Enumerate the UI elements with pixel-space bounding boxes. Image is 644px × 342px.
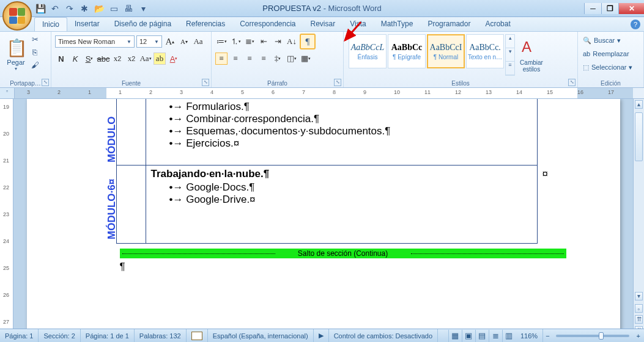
zoom-out-icon[interactable]: −: [543, 332, 552, 340]
change-styles-button[interactable]: A Cambiar estilos: [516, 34, 547, 77]
bold-button[interactable]: N: [55, 53, 67, 65]
browse-object-icon[interactable]: ◦: [635, 304, 643, 313]
highlight-button[interactable]: ab: [154, 53, 166, 65]
ruler-corner[interactable]: ▫: [0, 88, 15, 98]
open-icon[interactable]: 📂: [93, 2, 105, 15]
zoom-level[interactable]: 116%: [516, 329, 543, 342]
align-right-button[interactable]: ≡: [243, 53, 256, 65]
zoom-slider[interactable]: [556, 335, 629, 337]
indent-button[interactable]: ⇥: [272, 35, 284, 48]
shading-button[interactable]: ◫▾: [286, 53, 298, 65]
justify-button[interactable]: ≡: [257, 53, 270, 65]
zoom-in-icon[interactable]: +: [633, 332, 644, 340]
view-print-icon[interactable]: ▦: [448, 330, 462, 342]
save-icon[interactable]: 💾: [34, 2, 46, 15]
paste-button[interactable]: 📋 Pegar ▾: [4, 33, 28, 76]
tab-referencias[interactable]: Referencias: [179, 17, 232, 31]
strike-button[interactable]: abc: [97, 53, 109, 65]
module-1-content[interactable]: •→ Formularios.¶ •→ Combinar·corresponde…: [146, 99, 537, 166]
tab-vista[interactable]: Vista: [342, 17, 373, 31]
bullets-button[interactable]: ≔▾: [215, 35, 228, 48]
new-icon[interactable]: ▭: [108, 2, 120, 15]
status-track[interactable]: Control de cambios: Desactivado: [329, 329, 438, 342]
status-words[interactable]: Palabras: 132: [135, 329, 187, 342]
status-page[interactable]: Página: 1: [0, 329, 39, 342]
tab-diseno[interactable]: Diseño de página: [107, 17, 179, 31]
style-texto[interactable]: AaBbCc.Texto en n…: [466, 34, 504, 68]
borders-button[interactable]: ▦▾: [300, 53, 312, 65]
para-dialog-icon[interactable]: ⤡: [334, 79, 341, 86]
window-title: PROPUESTA v2 - Microsoft Word: [262, 4, 382, 13]
office-button[interactable]: [2, 1, 32, 31]
font-dialog-icon[interactable]: ⤡: [202, 79, 209, 86]
subscript-button[interactable]: x2: [111, 53, 124, 65]
qat-more-icon[interactable]: ▾: [137, 2, 149, 15]
tab-acrobat[interactable]: Acrobat: [478, 17, 517, 31]
copy-icon[interactable]: ⎘: [29, 48, 40, 59]
status-section[interactable]: Sección: 2: [39, 329, 80, 342]
status-pageof[interactable]: Página: 1 de 1: [81, 329, 135, 342]
redo-icon[interactable]: ↷: [64, 2, 76, 15]
font-color-button[interactable]: A▾: [168, 53, 180, 65]
format-painter-icon[interactable]: 🖌: [29, 60, 40, 71]
view-fullread-icon[interactable]: ▣: [462, 330, 475, 342]
style-epigrafe[interactable]: AaBbCc¶ Epígrafe: [388, 34, 426, 68]
tab-insertar[interactable]: Insertar: [67, 17, 107, 31]
style-enfasis[interactable]: AaBbCcLÉnfasis: [349, 34, 387, 68]
font-name-combo[interactable]: Times New Roman▼: [55, 35, 135, 48]
undo-icon[interactable]: ↶: [49, 2, 61, 15]
numbering-button[interactable]: ⒈▾: [229, 35, 242, 48]
cut-icon[interactable]: ✂: [29, 35, 40, 46]
status-proof[interactable]: [187, 329, 208, 342]
style-normal[interactable]: AaBbCcI¶ Normal: [427, 34, 465, 68]
help-icon[interactable]: ?: [631, 20, 640, 29]
italic-button[interactable]: K: [69, 53, 81, 65]
close-button[interactable]: ✕: [618, 3, 644, 14]
clipboard-icon: 📋: [6, 38, 26, 57]
sort-button[interactable]: A↓: [286, 35, 298, 48]
multilevel-button[interactable]: ≣▾: [243, 35, 256, 48]
module-2-content[interactable]: Trabajando·en·la·nube.¶ •→ Google·Docs.¶…: [146, 166, 537, 244]
styles-dialog-icon[interactable]: ⤡: [568, 79, 576, 86]
replace-button[interactable]: abReemplazar: [583, 48, 638, 60]
underline-button[interactable]: S▾: [83, 53, 95, 65]
print-icon[interactable]: 🖶: [122, 2, 135, 15]
line-spacing-button[interactable]: ‡▾: [272, 53, 284, 65]
tab-revisar[interactable]: Revisar: [303, 17, 343, 31]
vertical-ruler[interactable]: 192021222324252627: [0, 99, 13, 337]
superscript-button[interactable]: x2: [125, 53, 138, 65]
tab-programador[interactable]: Programador: [420, 17, 478, 31]
scroll-down-icon[interactable]: ▾: [635, 292, 643, 300]
prev-page-icon[interactable]: ⇈: [635, 315, 643, 324]
paragraph-mark[interactable]: ¶: [120, 261, 620, 273]
align-center-button[interactable]: ≡: [229, 53, 242, 65]
horizontal-ruler[interactable]: 3211234567891011121314151617: [15, 88, 633, 98]
shrink-font-icon[interactable]: A▾: [178, 35, 190, 48]
font-size-combo[interactable]: 12▼: [136, 35, 162, 48]
view-draft-icon[interactable]: ▥: [502, 330, 516, 342]
view-outline-icon[interactable]: ≣: [489, 330, 502, 342]
show-marks-button[interactable]: ¶: [300, 34, 316, 49]
vertical-scrollbar[interactable]: ▴ ▾ ◦ ⇈ ⇊: [633, 99, 644, 337]
align-left-button[interactable]: ≡: [215, 53, 228, 65]
maximize-button[interactable]: ❐: [601, 3, 618, 14]
find-button[interactable]: 🔍Buscar ▾: [583, 34, 638, 46]
outdent-button[interactable]: ⇤: [257, 35, 270, 48]
styles-scroll[interactable]: ▴▾≡: [505, 34, 515, 76]
qat-icon[interactable]: ✱: [78, 2, 91, 15]
scroll-up-icon[interactable]: ▴: [635, 100, 643, 109]
scroll-thumb[interactable]: [635, 112, 643, 161]
view-web-icon[interactable]: ▤: [475, 330, 489, 342]
document-area[interactable]: MÓDULO •→ Formularios.¶ •→ Combinar·corr…: [13, 99, 633, 337]
tab-mathtype[interactable]: MathType: [374, 17, 421, 31]
status-macro[interactable]: ▶: [314, 329, 329, 342]
status-lang[interactable]: Español (España, internacional): [208, 329, 314, 342]
tab-inicio[interactable]: Inicio: [34, 17, 67, 31]
tab-correspondencia[interactable]: Correspondencia: [232, 17, 303, 31]
clipboard-dialog-icon[interactable]: ⤡: [42, 79, 49, 86]
select-button[interactable]: ⬚Seleccionar ▾: [583, 61, 638, 73]
change-case-button[interactable]: Aa▾: [139, 53, 152, 65]
clear-format-icon[interactable]: Aa: [192, 35, 204, 48]
grow-font-icon[interactable]: A▴: [164, 35, 176, 48]
minimize-button[interactable]: ─: [584, 3, 601, 14]
